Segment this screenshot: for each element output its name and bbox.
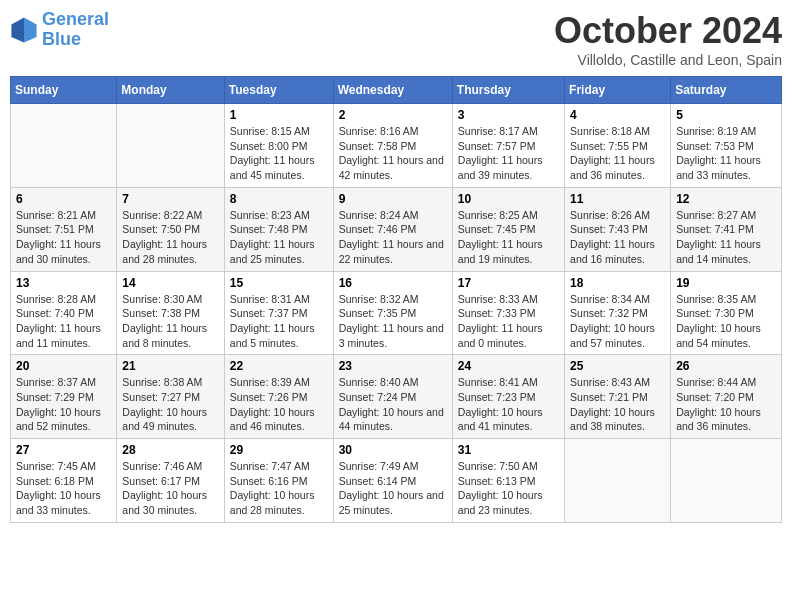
day-number: 30 (339, 443, 447, 457)
day-number: 8 (230, 192, 328, 206)
day-number: 23 (339, 359, 447, 373)
header-wednesday: Wednesday (333, 77, 452, 104)
week-row-2: 6Sunrise: 8:21 AMSunset: 7:51 PMDaylight… (11, 187, 782, 271)
week-row-3: 13Sunrise: 8:28 AMSunset: 7:40 PMDayligh… (11, 271, 782, 355)
day-info: Sunrise: 8:32 AMSunset: 7:35 PMDaylight:… (339, 292, 447, 351)
day-info: Sunrise: 8:26 AMSunset: 7:43 PMDaylight:… (570, 208, 665, 267)
day-info: Sunrise: 8:28 AMSunset: 7:40 PMDaylight:… (16, 292, 111, 351)
calendar-cell (565, 439, 671, 523)
calendar-cell: 5Sunrise: 8:19 AMSunset: 7:53 PMDaylight… (671, 104, 782, 188)
week-row-5: 27Sunrise: 7:45 AMSunset: 6:18 PMDayligh… (11, 439, 782, 523)
day-info: Sunrise: 8:24 AMSunset: 7:46 PMDaylight:… (339, 208, 447, 267)
week-row-1: 1Sunrise: 8:15 AMSunset: 8:00 PMDaylight… (11, 104, 782, 188)
calendar-cell: 12Sunrise: 8:27 AMSunset: 7:41 PMDayligh… (671, 187, 782, 271)
header-monday: Monday (117, 77, 224, 104)
day-info: Sunrise: 7:47 AMSunset: 6:16 PMDaylight:… (230, 459, 328, 518)
day-info: Sunrise: 8:35 AMSunset: 7:30 PMDaylight:… (676, 292, 776, 351)
page-header: General Blue October 2024 Villoldo, Cast… (10, 10, 782, 68)
day-number: 31 (458, 443, 559, 457)
calendar-cell: 10Sunrise: 8:25 AMSunset: 7:45 PMDayligh… (452, 187, 564, 271)
calendar-cell: 20Sunrise: 8:37 AMSunset: 7:29 PMDayligh… (11, 355, 117, 439)
day-info: Sunrise: 8:33 AMSunset: 7:33 PMDaylight:… (458, 292, 559, 351)
calendar-cell: 30Sunrise: 7:49 AMSunset: 6:14 PMDayligh… (333, 439, 452, 523)
day-info: Sunrise: 8:34 AMSunset: 7:32 PMDaylight:… (570, 292, 665, 351)
calendar-cell (671, 439, 782, 523)
logo-text: General Blue (42, 10, 109, 50)
calendar-cell: 7Sunrise: 8:22 AMSunset: 7:50 PMDaylight… (117, 187, 224, 271)
day-number: 29 (230, 443, 328, 457)
day-info: Sunrise: 8:25 AMSunset: 7:45 PMDaylight:… (458, 208, 559, 267)
day-number: 3 (458, 108, 559, 122)
calendar-cell: 31Sunrise: 7:50 AMSunset: 6:13 PMDayligh… (452, 439, 564, 523)
subtitle: Villoldo, Castille and Leon, Spain (554, 52, 782, 68)
day-info: Sunrise: 8:18 AMSunset: 7:55 PMDaylight:… (570, 124, 665, 183)
calendar-cell: 17Sunrise: 8:33 AMSunset: 7:33 PMDayligh… (452, 271, 564, 355)
day-info: Sunrise: 7:50 AMSunset: 6:13 PMDaylight:… (458, 459, 559, 518)
day-info: Sunrise: 8:16 AMSunset: 7:58 PMDaylight:… (339, 124, 447, 183)
calendar-cell: 27Sunrise: 7:45 AMSunset: 6:18 PMDayligh… (11, 439, 117, 523)
header-friday: Friday (565, 77, 671, 104)
day-number: 26 (676, 359, 776, 373)
calendar-cell (11, 104, 117, 188)
calendar-cell: 25Sunrise: 8:43 AMSunset: 7:21 PMDayligh… (565, 355, 671, 439)
day-number: 21 (122, 359, 218, 373)
calendar-cell: 9Sunrise: 8:24 AMSunset: 7:46 PMDaylight… (333, 187, 452, 271)
day-info: Sunrise: 8:37 AMSunset: 7:29 PMDaylight:… (16, 375, 111, 434)
calendar-cell (117, 104, 224, 188)
logo-icon (10, 16, 38, 44)
day-number: 28 (122, 443, 218, 457)
day-info: Sunrise: 8:15 AMSunset: 8:00 PMDaylight:… (230, 124, 328, 183)
calendar-cell: 8Sunrise: 8:23 AMSunset: 7:48 PMDaylight… (224, 187, 333, 271)
day-info: Sunrise: 8:30 AMSunset: 7:38 PMDaylight:… (122, 292, 218, 351)
header-saturday: Saturday (671, 77, 782, 104)
day-number: 15 (230, 276, 328, 290)
logo: General Blue (10, 10, 109, 50)
day-info: Sunrise: 8:19 AMSunset: 7:53 PMDaylight:… (676, 124, 776, 183)
day-info: Sunrise: 8:43 AMSunset: 7:21 PMDaylight:… (570, 375, 665, 434)
day-number: 6 (16, 192, 111, 206)
svg-marker-1 (24, 17, 37, 42)
calendar-cell: 3Sunrise: 8:17 AMSunset: 7:57 PMDaylight… (452, 104, 564, 188)
calendar-cell: 6Sunrise: 8:21 AMSunset: 7:51 PMDaylight… (11, 187, 117, 271)
day-number: 5 (676, 108, 776, 122)
calendar-cell: 1Sunrise: 8:15 AMSunset: 8:00 PMDaylight… (224, 104, 333, 188)
day-info: Sunrise: 8:23 AMSunset: 7:48 PMDaylight:… (230, 208, 328, 267)
calendar-cell: 28Sunrise: 7:46 AMSunset: 6:17 PMDayligh… (117, 439, 224, 523)
calendar-header: SundayMondayTuesdayWednesdayThursdayFrid… (11, 77, 782, 104)
day-number: 12 (676, 192, 776, 206)
day-info: Sunrise: 8:39 AMSunset: 7:26 PMDaylight:… (230, 375, 328, 434)
day-number: 24 (458, 359, 559, 373)
day-info: Sunrise: 8:44 AMSunset: 7:20 PMDaylight:… (676, 375, 776, 434)
day-number: 1 (230, 108, 328, 122)
day-number: 9 (339, 192, 447, 206)
day-number: 17 (458, 276, 559, 290)
calendar-cell: 18Sunrise: 8:34 AMSunset: 7:32 PMDayligh… (565, 271, 671, 355)
calendar-cell: 11Sunrise: 8:26 AMSunset: 7:43 PMDayligh… (565, 187, 671, 271)
day-number: 16 (339, 276, 447, 290)
day-number: 10 (458, 192, 559, 206)
header-row: SundayMondayTuesdayWednesdayThursdayFrid… (11, 77, 782, 104)
day-number: 14 (122, 276, 218, 290)
day-number: 22 (230, 359, 328, 373)
day-number: 7 (122, 192, 218, 206)
header-tuesday: Tuesday (224, 77, 333, 104)
calendar-cell: 2Sunrise: 8:16 AMSunset: 7:58 PMDaylight… (333, 104, 452, 188)
calendar-cell: 26Sunrise: 8:44 AMSunset: 7:20 PMDayligh… (671, 355, 782, 439)
title-area: October 2024 Villoldo, Castille and Leon… (554, 10, 782, 68)
day-info: Sunrise: 8:22 AMSunset: 7:50 PMDaylight:… (122, 208, 218, 267)
calendar-table: SundayMondayTuesdayWednesdayThursdayFrid… (10, 76, 782, 523)
day-info: Sunrise: 8:31 AMSunset: 7:37 PMDaylight:… (230, 292, 328, 351)
svg-marker-2 (11, 17, 24, 42)
calendar-cell: 16Sunrise: 8:32 AMSunset: 7:35 PMDayligh… (333, 271, 452, 355)
day-number: 27 (16, 443, 111, 457)
header-thursday: Thursday (452, 77, 564, 104)
day-number: 2 (339, 108, 447, 122)
calendar-body: 1Sunrise: 8:15 AMSunset: 8:00 PMDaylight… (11, 104, 782, 523)
header-sunday: Sunday (11, 77, 117, 104)
day-number: 11 (570, 192, 665, 206)
day-info: Sunrise: 8:38 AMSunset: 7:27 PMDaylight:… (122, 375, 218, 434)
day-number: 13 (16, 276, 111, 290)
day-number: 19 (676, 276, 776, 290)
calendar-cell: 23Sunrise: 8:40 AMSunset: 7:24 PMDayligh… (333, 355, 452, 439)
calendar-cell: 24Sunrise: 8:41 AMSunset: 7:23 PMDayligh… (452, 355, 564, 439)
